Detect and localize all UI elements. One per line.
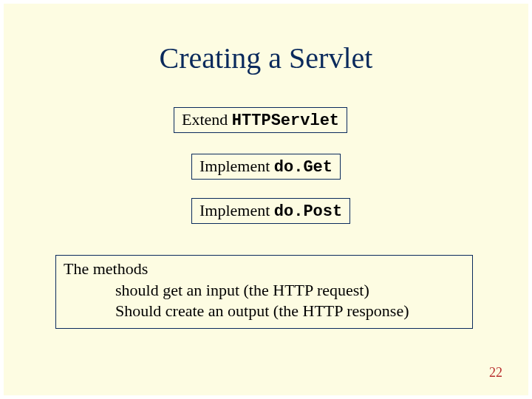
box-dopost-prefix: Implement	[200, 201, 274, 219]
box-dopost-code: do.Post	[274, 202, 342, 221]
box-extend-httpservlet: Extend HTTPServlet	[174, 107, 347, 133]
box-implement-dopost: Implement do.Post	[191, 198, 350, 224]
box-extend-prefix: Extend	[182, 110, 232, 129]
methods-line2: should get an input (the HTTP request)	[64, 280, 465, 301]
box-implement-doget: Implement do.Get	[191, 154, 341, 180]
methods-description-box: The methods should get an input (the HTT…	[55, 255, 473, 329]
methods-line1: The methods	[64, 259, 465, 280]
page-title: Creating a Servlet	[4, 41, 528, 75]
page-number: 22	[489, 365, 502, 381]
methods-line3: Should create an output (the HTTP respon…	[64, 301, 465, 322]
slide: Creating a Servlet Extend HTTPServlet Im…	[4, 4, 528, 395]
box-doget-code: do.Get	[274, 158, 332, 177]
box-doget-prefix: Implement	[200, 157, 274, 175]
box-extend-code: HTTPServlet	[232, 112, 339, 130]
